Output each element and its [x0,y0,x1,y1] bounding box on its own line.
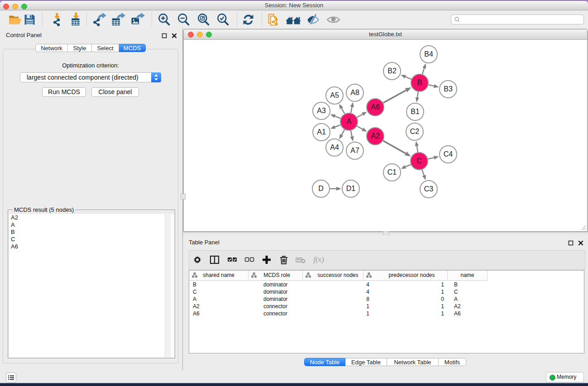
svg-text:B4: B4 [424,50,433,58]
svg-text:D1: D1 [346,185,356,192]
svg-text:C4: C4 [444,150,453,158]
svg-text:A6: A6 [371,103,380,111]
svg-text:A8: A8 [350,89,359,96]
svg-text:C3: C3 [424,185,434,193]
svg-text:A3: A3 [317,107,326,114]
svg-text:A7: A7 [350,147,359,154]
svg-text:B: B [417,79,422,86]
svg-text:A1: A1 [317,128,326,136]
svg-text:B2: B2 [387,67,397,75]
svg-text:f(x): f(x) [313,255,324,264]
svg-text:C1: C1 [387,168,397,176]
svg-text:A5: A5 [330,91,339,99]
svg-text:B3: B3 [444,85,453,93]
svg-text:A4: A4 [330,143,339,151]
svg-text:C2: C2 [410,128,420,135]
svg-text:A: A [347,118,352,125]
svg-text:A2: A2 [371,132,380,140]
svg-text:C: C [416,157,422,165]
svg-text:D: D [318,185,324,192]
svg-text:B1: B1 [411,108,420,115]
